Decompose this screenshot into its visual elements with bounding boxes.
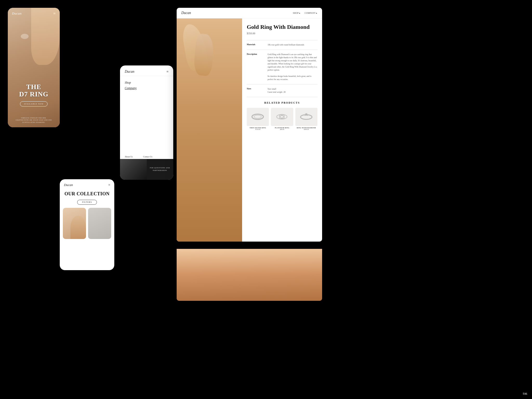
desktop-nav-shop[interactable]: SHOP ▸: [293, 12, 300, 14]
hero-title: THE D7 RING: [8, 83, 60, 98]
collection-item-1-decoration: [70, 216, 86, 239]
mobile-menu-panel: Ducan ≡ Shop Company About Us Contact Us…: [120, 65, 173, 180]
spec-description: Description Gold Ring with Diamond is an…: [247, 50, 317, 84]
svg-point-4: [280, 116, 283, 118]
collection-item-1[interactable]: [63, 208, 86, 239]
menu-links: Shop Company: [120, 76, 173, 90]
svg-point-1: [254, 115, 261, 118]
hero-cta-button[interactable]: AVAILABLE NOW: [20, 101, 48, 107]
menu-nav: Ducan ≡: [120, 65, 173, 76]
filters-button[interactable]: FILTERS: [77, 200, 97, 205]
hero-logo: Ducan: [12, 11, 22, 16]
product-details: Gold Ring With Diamond $350.00 Materials…: [242, 18, 322, 242]
collection-nav: Ducan ≡: [60, 179, 114, 190]
collection-title: OUR COLLECTION: [60, 190, 114, 198]
spec-description-label: Description: [247, 53, 268, 81]
collection-logo: Ducan: [64, 183, 73, 187]
desktop-nav-company[interactable]: COMPANY ▸: [305, 12, 317, 14]
menu-logo: Ducan: [125, 70, 134, 74]
menu-link-company[interactable]: Company: [125, 86, 169, 90]
bottom-right-image: [177, 249, 322, 301]
mobile-collection-panel: Ducan ≡ OUR COLLECTION FILTERS: [60, 179, 114, 270]
spec-materials-value: 18k rose gold with round brilliant diamo…: [268, 43, 317, 46]
menu-footer: About Us Contact Us FOR QUESTIONS AND PA…: [120, 154, 173, 180]
product-title: Gold Ring With Diamond: [247, 24, 317, 30]
menu-hamburger-icon[interactable]: ≡: [167, 70, 169, 74]
related-item-3-image: [295, 108, 317, 126]
desktop-logo: Ducan: [181, 11, 191, 15]
related-item-2[interactable]: PLATINUM RING $80.00: [271, 108, 293, 130]
spec-sizes-label: Sizes: [247, 88, 268, 94]
menu-link-shop[interactable]: Shop: [125, 81, 169, 85]
spec-materials: Materials 18k rose gold with round brill…: [247, 40, 317, 50]
product-price: $350.00: [247, 32, 317, 35]
desktop-nav-links: SHOP ▸ COMPANY ▸: [293, 12, 317, 14]
collection-item-2[interactable]: [88, 208, 111, 239]
related-item-3-price: $580.00: [295, 129, 317, 130]
related-products-grid: THIN SILVER RING $130.00 PLATINUM RI: [247, 108, 317, 130]
product-image: [177, 18, 242, 242]
collection-filters: FILTERS: [60, 200, 114, 205]
related-item-1[interactable]: THIN SILVER RING $130.00: [247, 108, 269, 130]
menu-contact-text: FOR QUESTIONS AND PARTNERSHIPS: [147, 167, 174, 172]
collection-grid: [60, 208, 114, 239]
desktop-body: Gold Ring With Diamond $350.00 Materials…: [177, 18, 322, 242]
bottom-right-panel: [177, 249, 322, 301]
menu-footer-labels: About Us Contact Us: [120, 154, 173, 159]
spec-sizes: Sizes Size smallCarat total weight .30: [247, 84, 317, 97]
desktop-product-panel: Ducan SHOP ▸ COMPANY ▸ Gold Ring With Di…: [177, 8, 322, 242]
hero-tagline: TIMELESS JEWELRY FOR HER. CRAFTED WITH 1…: [8, 117, 60, 124]
collection-hamburger-icon[interactable]: ≡: [108, 183, 110, 187]
related-item-2-image: [271, 108, 293, 126]
spec-description-value: Gold Ring with Diamond is an eye-catchin…: [268, 53, 317, 81]
corner-watermark: 导航: [521, 391, 529, 396]
related-item-1-image: [247, 108, 269, 126]
related-item-1-price: $130.00: [247, 129, 269, 130]
related-item-3[interactable]: RING WITH DIAMOND $580.00: [295, 108, 317, 130]
related-products-title: RELATED PRODUCTS: [247, 101, 317, 104]
desktop-nav: Ducan SHOP ▸ COMPANY ▸: [177, 8, 322, 18]
mobile-hero-panel: Ducan ≡ THE D7 RING AVAILABLE NOW TIMELE…: [8, 8, 60, 127]
menu-footer-images: FOR QUESTIONS AND PARTNERSHIPS: [120, 159, 173, 180]
product-image-bg: [177, 18, 242, 242]
menu-contact-image[interactable]: FOR QUESTIONS AND PARTNERSHIPS: [147, 159, 174, 180]
hero-nav: Ducan ≡: [8, 8, 60, 19]
spec-materials-label: Materials: [247, 43, 268, 46]
hero-hamburger-icon[interactable]: ≡: [53, 11, 56, 16]
spec-sizes-value: Size smallCarat total weight .30: [268, 88, 317, 94]
menu-about-image: [120, 159, 147, 180]
hero-text-block: THE D7 RING AVAILABLE NOW: [8, 83, 60, 107]
related-item-2-price: $80.00: [271, 129, 293, 130]
related-products-section: RELATED PRODUCTS THIN SILVER RING $130.0…: [247, 97, 317, 134]
hero-ring-decoration: [21, 34, 29, 39]
